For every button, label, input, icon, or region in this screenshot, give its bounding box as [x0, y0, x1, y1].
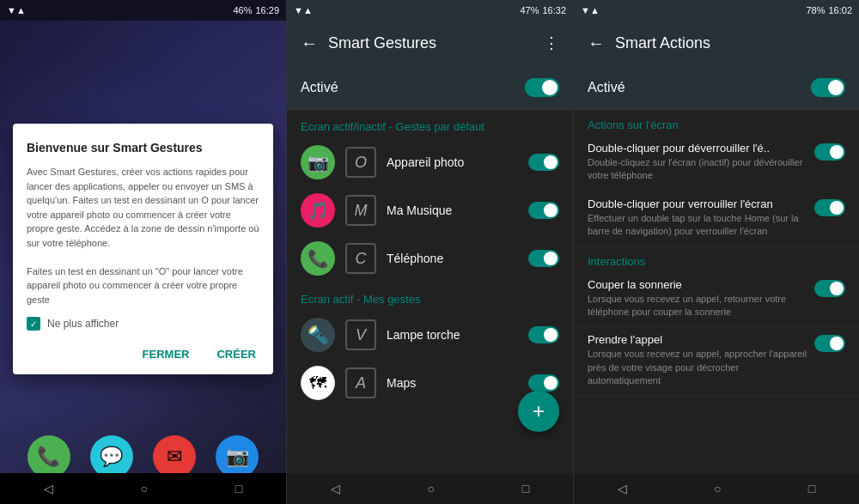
dock-camera-icon[interactable]: 📷 [216, 435, 259, 478]
action-title-lock: Double-cliquer pour verrouiller l'écran [588, 197, 807, 210]
toggle-mute[interactable] [814, 280, 845, 297]
gesture-name-phone: Téléphone [387, 252, 518, 265]
dialog-actions: FERMER CRÉER [27, 344, 259, 364]
toggle-phone[interactable] [528, 250, 559, 267]
back-nav-icon[interactable]: ◁ [44, 482, 53, 495]
status-bar-panel3: ▼▲ 78% 16:02 [574, 0, 859, 21]
action-text-unlock: Double-cliquer pour déverrouiller l'é.. … [588, 142, 807, 183]
nav-bar-panel2: ◁ ○ □ [287, 473, 573, 504]
gesture-item-camera: 📷 O Appareil photo [287, 138, 573, 186]
gesture-name-maps: Maps [387, 376, 518, 390]
gesture-letter-c: C [345, 243, 376, 274]
torch-app-icon: 🔦 [301, 318, 335, 352]
gesture-letter-v: V [345, 319, 376, 350]
camera-app-icon: 📷 [301, 145, 335, 179]
close-button[interactable]: FERMER [139, 344, 193, 364]
action-title-mute: Couper la sonnerie [588, 278, 807, 291]
signal-icon: ▼▲ [7, 5, 26, 15]
menu-button-p2[interactable]: ⋮ [544, 33, 559, 52]
section-screen-actions: Actions sur l'écran [574, 110, 859, 135]
signal-p2: ▼▲ [294, 5, 313, 15]
toggle-torch[interactable] [528, 326, 559, 343]
status-right-panel1: 46% 16:29 [233, 5, 279, 15]
action-mute-call: Couper la sonnerie Lorsque vous recevez … [574, 271, 859, 327]
back-nav-p2[interactable]: ◁ [331, 482, 340, 495]
toggle-lock[interactable] [814, 199, 845, 216]
gesture-letter-a: A [345, 367, 376, 398]
dock-mail-icon[interactable]: ✉ [153, 435, 196, 478]
action-desc-unlock: Double-cliquez sur l'écran (inactif) pou… [588, 156, 807, 183]
section-custom-gestures: Ecran actif - Mes gestes [287, 282, 573, 311]
home-nav-icon[interactable]: ○ [141, 482, 148, 495]
action-double-lock: Double-cliquer pour verrouiller l'écran … [574, 191, 859, 246]
status-bar-panel2: ▼▲ 47% 16:32 [287, 0, 573, 21]
action-double-unlock: Double-cliquer pour déverrouiller l'é.. … [574, 135, 859, 191]
panel-smart-actions: ▼▲ 78% 16:02 ← Smart Actions Activé Acti… [573, 0, 859, 504]
toggle-music[interactable] [528, 202, 559, 219]
activated-toggle-p2[interactable] [525, 78, 559, 97]
gesture-name-music: Ma Musique [387, 203, 518, 217]
no-show-checkbox[interactable] [27, 317, 40, 331]
time-panel1: 16:29 [255, 5, 279, 15]
gesture-item-phone: 📞 C Téléphone [287, 234, 573, 282]
app-title-p3: Smart Actions [615, 34, 845, 52]
welcome-dialog: Bienvenue sur Smart Gestures Avec Smart … [13, 124, 273, 374]
battery-panel1: 46% [233, 5, 252, 15]
phone-app-icon: 📞 [301, 241, 335, 276]
dialog-body: Avec Smart Gestures, créer vos actions r… [27, 165, 259, 307]
dialog-title: Bienvenue sur Smart Gestures [27, 141, 259, 155]
dock: 📞 💬 ✉ 📷 [0, 435, 286, 478]
status-right-p3: 78% 16:02 [806, 5, 852, 15]
recents-nav-p2[interactable]: □ [522, 482, 529, 495]
action-text-answer: Prendre l'appel Lorsque vous recevez un … [588, 333, 807, 387]
action-desc-lock: Effectuer un double tap sur la touche Ho… [588, 212, 807, 239]
gesture-name-torch: Lampe torche [387, 328, 518, 342]
status-right-p2: 47% 16:32 [520, 5, 566, 15]
panel-smart-gestures-welcome: ▼▲ 46% 16:29 Bienvenue sur Smart Gesture… [0, 0, 286, 504]
toggle-maps[interactable] [528, 374, 559, 392]
activated-row-p2: Activé [287, 65, 573, 110]
gesture-letter-o: O [345, 147, 376, 178]
signal-p3: ▼▲ [581, 5, 600, 15]
dialog-checkbox-row[interactable]: Ne plus afficher [27, 317, 259, 331]
toggle-camera[interactable] [528, 154, 559, 171]
panel-smart-gestures: ▼▲ 47% 16:32 ← Smart Gestures ⋮ Activé E… [286, 0, 573, 504]
activated-row-p3: Activé [574, 65, 859, 110]
create-button[interactable]: CRÉER [213, 344, 259, 364]
action-title-answer: Prendre l'appel [588, 333, 807, 346]
maps-app-icon: 🗺 [301, 366, 335, 400]
action-title-unlock: Double-cliquer pour déverrouiller l'é.. [588, 142, 807, 155]
music-app-icon: 🎵 [301, 193, 335, 228]
actions-list: Actions sur l'écran Double-cliquer pour … [574, 110, 859, 473]
recents-nav-icon[interactable]: □ [235, 482, 242, 495]
add-gesture-fab[interactable]: + [518, 391, 559, 432]
dock-phone-icon[interactable]: 📞 [27, 435, 70, 478]
action-desc-answer: Lorsque vous recevez un appel, approcher… [588, 348, 807, 387]
toggle-answer[interactable] [814, 335, 845, 352]
back-button-p2[interactable]: ← [301, 33, 318, 53]
home-nav-p3[interactable]: ○ [714, 482, 721, 495]
action-text-lock: Double-cliquer pour verrouiller l'écran … [588, 197, 807, 239]
gesture-list-container: Ecran actif/inactif - Gestes par défaut … [287, 110, 573, 473]
dock-chat-icon[interactable]: 💬 [90, 435, 133, 478]
gesture-letter-m: M [345, 195, 376, 226]
activated-toggle-p3[interactable] [811, 78, 845, 97]
action-text-mute: Couper la sonnerie Lorsque vous recevez … [588, 278, 807, 319]
home-nav-p2[interactable]: ○ [428, 482, 435, 495]
recents-nav-p3[interactable]: □ [808, 482, 815, 495]
action-answer-call: Prendre l'appel Lorsque vous recevez un … [574, 326, 859, 395]
section-default-gestures: Ecran actif/inactif - Gestes par défaut [287, 110, 573, 138]
app-bar-panel3: ← Smart Actions [574, 21, 859, 65]
back-button-p3[interactable]: ← [588, 33, 605, 53]
gesture-list: Ecran actif/inactif - Gestes par défaut … [287, 110, 573, 407]
time-p2: 16:32 [542, 5, 566, 15]
gesture-item-torch: 🔦 V Lampe torche [287, 311, 573, 359]
activated-label-p3: Activé [588, 80, 625, 95]
wallpaper: Bienvenue sur Smart Gestures Avec Smart … [0, 21, 286, 504]
section-interactions: Interactions [574, 246, 859, 271]
action-desc-mute: Lorsque vous recevez un appel, retourner… [588, 293, 807, 319]
back-nav-p3[interactable]: ◁ [618, 482, 627, 495]
battery-p2: 47% [520, 5, 539, 15]
toggle-unlock[interactable] [814, 143, 845, 161]
gesture-name-camera: Appareil photo [387, 155, 518, 169]
